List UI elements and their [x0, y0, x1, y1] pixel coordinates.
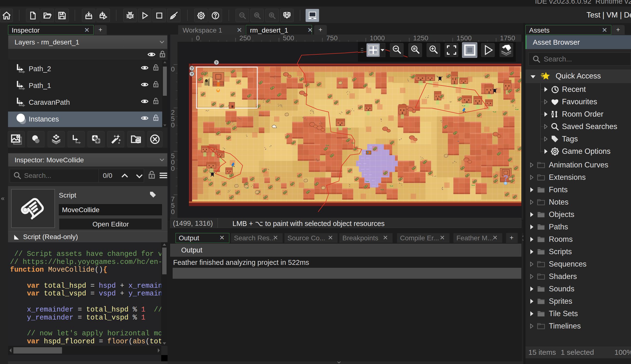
svg-text:1250: 1250 [413, 34, 428, 42]
svg-text:0: 0 [171, 165, 175, 172]
svg-text:?: ? [191, 66, 193, 70]
svg-text:1750: 1750 [500, 34, 515, 42]
svg-text:?: ? [503, 173, 508, 182]
svg-text:1000: 1000 [370, 34, 385, 42]
svg-text:500: 500 [283, 34, 294, 42]
svg-text:?: ? [191, 72, 193, 76]
svg-text:750: 750 [326, 34, 338, 42]
svg-text:250: 250 [240, 34, 251, 42]
svg-text:0: 0 [171, 65, 175, 73]
svg-text:1500: 1500 [457, 34, 472, 42]
svg-text:0: 0 [171, 121, 175, 129]
svg-text:0: 0 [171, 208, 175, 216]
svg-text:?: ? [215, 60, 217, 65]
svg-text:0: 0 [196, 34, 200, 42]
